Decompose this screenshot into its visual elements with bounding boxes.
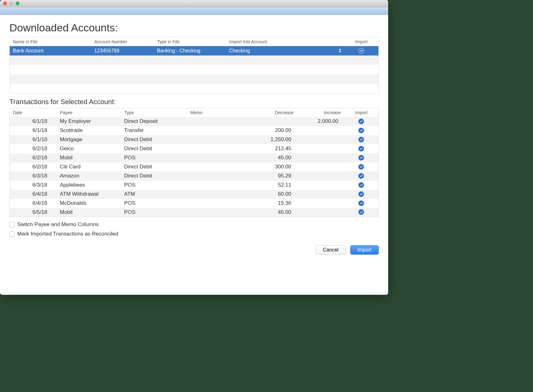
- accounts-table: Name in File Account Number Type in File…: [9, 37, 379, 93]
- tx-decrease: 300.00: [250, 162, 297, 172]
- select-chevrons-icon: ▲▼: [339, 48, 341, 53]
- tx-decrease: 212.45: [250, 144, 297, 153]
- tx-type: Direct Debit: [121, 162, 187, 172]
- tx-payee: Mortgage: [57, 135, 121, 144]
- transactions-table: Date Payee Type Memo Decrease Increase I…: [9, 108, 379, 217]
- tx-payee: Citi Card: [57, 162, 121, 172]
- accounts-empty-row: [10, 74, 379, 84]
- tx-payee: My Employer: [57, 117, 121, 126]
- account-import-toggle[interactable]: [358, 48, 364, 54]
- tx-import-toggle[interactable]: [358, 191, 364, 197]
- titlebar: [0, 0, 388, 7]
- window-close-button[interactable]: [3, 2, 7, 5]
- tx-type: Direct Debit: [121, 135, 187, 144]
- tx-increase: [297, 181, 344, 190]
- tx-increase: [297, 190, 344, 199]
- tx-header-memo[interactable]: Memo: [187, 108, 250, 117]
- tx-import-toggle[interactable]: [358, 182, 364, 188]
- tx-type: POS: [121, 181, 187, 190]
- accounts-header-name[interactable]: Name in File: [10, 37, 91, 46]
- tx-import-toggle[interactable]: [358, 146, 364, 151]
- mark-reconciled-label: Mark Imported Transactions as Reconciled: [17, 231, 118, 237]
- tx-increase: [297, 144, 344, 153]
- tx-memo: [187, 117, 250, 126]
- tx-import-toggle[interactable]: [358, 200, 364, 206]
- tx-payee: ATM Withdrawal: [57, 190, 121, 199]
- transaction-row[interactable]: 6/4/18ATM WithdrawalATM60.00: [10, 190, 379, 199]
- accounts-row[interactable]: Bank Account123456789Banking - CheckingC…: [10, 46, 379, 56]
- transaction-row[interactable]: 6/4/18McDonaldsPOS15.36: [10, 199, 379, 208]
- tx-date: 6/1/18: [10, 126, 57, 135]
- tx-decrease: 200.00: [250, 126, 297, 135]
- switch-columns-label: Switch Payee and Memo Columns: [17, 221, 99, 228]
- tx-header-payee[interactable]: Payee: [57, 108, 121, 117]
- window-zoom-button[interactable]: [16, 2, 19, 5]
- mark-reconciled-option[interactable]: Mark Imported Transactions as Reconciled: [9, 231, 379, 237]
- accounts-header-import[interactable]: Import: [344, 37, 379, 46]
- tx-type: ATM: [121, 190, 187, 199]
- import-button[interactable]: Import: [350, 245, 379, 255]
- transaction-row[interactable]: 6/3/18ApplebeesPOS52.11: [10, 181, 379, 190]
- transactions-title: Transactions for Selected Account:: [9, 98, 379, 106]
- import-into-account-select[interactable]: Checking▲▼: [226, 46, 344, 56]
- transaction-row[interactable]: 6/1/18MortgageDirect Debit1,250.00: [10, 135, 379, 144]
- tx-increase: [297, 208, 344, 217]
- tx-import-toggle[interactable]: [358, 164, 364, 170]
- transaction-row[interactable]: 6/1/18My EmployerDirect Deposit2,000.00: [10, 117, 379, 126]
- tx-import-toggle[interactable]: [358, 155, 364, 161]
- dialog-buttons: Cancel Import: [9, 245, 379, 255]
- accounts-empty-row: [10, 65, 379, 74]
- switch-columns-option[interactable]: Switch Payee and Memo Columns: [9, 221, 379, 228]
- tx-date: 6/4/18: [10, 199, 57, 208]
- window-minimize-button[interactable]: [9, 2, 13, 5]
- tx-header-import[interactable]: Import: [344, 108, 378, 117]
- accounts-header-row: Name in File Account Number Type in File…: [10, 37, 379, 46]
- tx-date: 6/1/18: [10, 117, 57, 126]
- tx-payee: McDonalds: [57, 199, 121, 208]
- tx-payee: Mobil: [57, 208, 121, 217]
- tx-date: 6/1/18: [10, 135, 57, 144]
- transaction-row[interactable]: 6/2/18Citi CardDirect Debit300.00: [10, 162, 379, 172]
- tx-import-toggle[interactable]: [358, 128, 364, 133]
- tx-payee: Applebees: [57, 181, 121, 190]
- tx-header-increase[interactable]: Increase: [297, 108, 344, 117]
- transaction-row[interactable]: 6/2/18GeicoDirect Debit212.45: [10, 144, 379, 153]
- downloaded-accounts-title: Downloaded Accounts:: [9, 22, 379, 34]
- transaction-row[interactable]: 6/5/18MobilPOS45.00: [10, 208, 379, 217]
- tx-header-type[interactable]: Type: [121, 108, 187, 117]
- titlebar-toolbar: [0, 7, 388, 15]
- tx-type: Direct Deposit: [121, 117, 187, 126]
- transaction-row[interactable]: 6/1/18ScottradeTransfer200.00: [10, 126, 379, 135]
- tx-date: 6/2/18: [10, 153, 57, 162]
- tx-decrease: 52.11: [250, 181, 297, 190]
- tx-import-toggle[interactable]: [358, 119, 364, 124]
- tx-header-decrease[interactable]: Decrease: [250, 108, 297, 117]
- mark-reconciled-checkbox[interactable]: [9, 231, 15, 237]
- tx-header-date[interactable]: Date: [10, 108, 57, 117]
- tx-memo: [187, 208, 250, 217]
- tx-increase: [297, 172, 344, 181]
- switch-columns-checkbox[interactable]: [9, 222, 15, 227]
- accounts-header-number[interactable]: Account Number: [91, 37, 154, 46]
- transaction-row[interactable]: 6/3/18AmazonDirect Debit95.29: [10, 172, 379, 181]
- tx-type: Direct Debit: [121, 144, 187, 153]
- tx-import-toggle[interactable]: [358, 209, 364, 215]
- tx-import-toggle[interactable]: [358, 137, 364, 142]
- cancel-button[interactable]: Cancel: [316, 245, 346, 255]
- account-name: Bank Account: [10, 46, 91, 56]
- transaction-row[interactable]: 6/2/18MobilPOS45.00: [10, 153, 379, 162]
- tx-date: 6/2/18: [10, 162, 57, 172]
- tx-increase: 2,000.00: [297, 117, 344, 126]
- tx-type: Direct Debit: [121, 172, 187, 181]
- accounts-header-type[interactable]: Type in File: [154, 37, 226, 46]
- tx-decrease: 15.36: [250, 199, 297, 208]
- tx-payee: Amazon: [57, 172, 121, 181]
- tx-memo: [187, 135, 250, 144]
- tx-payee: Scottrade: [57, 126, 121, 135]
- tx-memo: [187, 199, 250, 208]
- accounts-header-import-into[interactable]: Import Into Account: [226, 37, 344, 46]
- tx-payee: Mobil: [57, 153, 121, 162]
- tx-decrease: 60.00: [250, 190, 297, 199]
- tx-increase: [297, 162, 344, 172]
- tx-import-toggle[interactable]: [358, 173, 364, 179]
